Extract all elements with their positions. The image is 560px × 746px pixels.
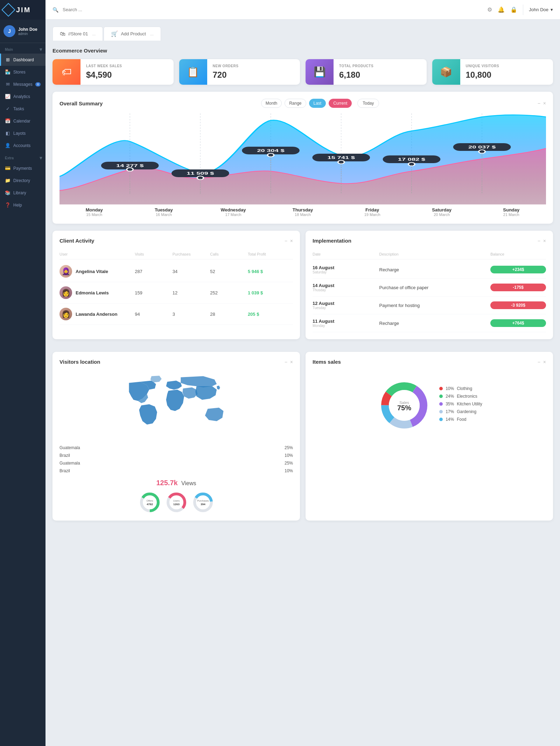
chart-day-2: Wednesday: [198, 207, 268, 212]
impl-day-1: Thusday: [313, 288, 379, 292]
topbar-user[interactable]: John Doe ▾: [529, 7, 553, 12]
minimize-visitors-icon[interactable]: −: [285, 359, 287, 365]
sidebar-item-library[interactable]: 📚 Library: [0, 187, 46, 199]
col-balance: Balance: [490, 252, 546, 256]
sidebar-item-accounts[interactable]: 👤 Accounts: [0, 139, 46, 152]
last-filter[interactable]: Last: [309, 99, 326, 108]
col-visits: Visits: [135, 252, 173, 256]
sidebar-item-calendar[interactable]: 📅 Calendar: [0, 115, 46, 127]
orders-icon: 📋: [179, 59, 207, 85]
sidebar-item-label: Help: [13, 203, 22, 208]
search-input[interactable]: [63, 7, 483, 12]
sidebar-item-label: Analytics: [13, 94, 30, 99]
range-filter[interactable]: Range: [285, 99, 306, 108]
products-label: TOTAL PRODUCTS: [339, 64, 421, 68]
main-area: 🔍 ⚙ 🔔 🔒 John Doe ▾ 🛍 //Store 01 ... 🛒 Ad…: [46, 0, 560, 746]
sidebar-item-label: Calendar: [13, 119, 30, 124]
col-desc: Description: [379, 252, 491, 256]
settings-icon[interactable]: ⚙: [487, 6, 492, 13]
sidebar-item-directory[interactable]: 📁 Directory: [0, 174, 46, 187]
close-client-icon[interactable]: ×: [290, 238, 293, 244]
legend-item-4: 14% Food: [439, 417, 482, 422]
implementation-title: Implementation: [313, 238, 351, 244]
sidebar-item-payments[interactable]: 💳 Payments: [0, 162, 46, 174]
world-map: [59, 370, 293, 440]
today-button[interactable]: Today: [357, 99, 379, 108]
products-icon: 💾: [306, 59, 334, 85]
mini-donut-purchases: Purchases 394: [192, 491, 214, 514]
user-name-1: Edmonia Lewis: [76, 290, 109, 295]
svg-text:20 037 $: 20 037 $: [468, 145, 496, 149]
svg-text:Purchases: Purchases: [197, 500, 209, 502]
sidebar-item-label: Accounts: [13, 143, 30, 148]
svg-text:14 277 $: 14 277 $: [116, 163, 144, 168]
impl-desc-2: Payment for hosting: [379, 303, 491, 308]
impl-desc-0: Recharge: [379, 267, 491, 272]
calls-0: 52: [210, 269, 248, 274]
layots-icon: ◧: [5, 131, 10, 136]
calls-1: 252: [210, 290, 248, 295]
legend-label-4: Food: [457, 417, 466, 422]
col-calls: Calls: [210, 252, 248, 256]
tab-store-dots: ...: [92, 32, 96, 36]
lock-icon[interactable]: 🔒: [510, 6, 517, 13]
legend-label-1: Electronics: [457, 394, 477, 399]
col-purchases: Purchases: [173, 252, 210, 256]
purchases-0: 34: [173, 269, 210, 274]
impl-balance-1: -175$: [490, 284, 546, 291]
close-impl-icon[interactable]: ×: [543, 238, 546, 244]
library-icon: 📚: [5, 190, 10, 195]
impl-desc-1: Purchase of office paper: [379, 285, 491, 290]
pct-2: 25%: [285, 461, 293, 466]
tab-add-product-label: Add Product: [121, 31, 146, 36]
two-col-row: Client Activity − × User Visits Purchase…: [52, 231, 553, 346]
sidebar-item-messages[interactable]: ✉ Messages 8: [0, 78, 46, 90]
minimize-icon[interactable]: −: [538, 100, 540, 106]
minimize-sales-icon[interactable]: −: [538, 359, 540, 365]
payments-icon: 💳: [5, 166, 10, 171]
close-visitors-icon[interactable]: ×: [290, 359, 293, 365]
sidebar-item-layots[interactable]: ◧ Layots: [0, 127, 46, 139]
current-filter[interactable]: Current: [329, 99, 352, 108]
pct-1: 10%: [285, 453, 293, 458]
month-filter[interactable]: Month: [261, 99, 282, 108]
location-row-0: Guatemala 25%: [59, 444, 293, 452]
sidebar-item-dashboard[interactable]: ⊞ Dashboard: [0, 54, 46, 66]
visits-0: 287: [135, 269, 173, 274]
tab-add-product[interactable]: 🛒 Add Product ...: [104, 27, 161, 41]
impl-balance-3: +764$: [490, 319, 546, 327]
sidebar-extra-section: Extra ▾: [0, 152, 46, 162]
calls-2: 28: [210, 312, 248, 317]
store-tab-icon: 🛍: [60, 31, 65, 37]
orders-label: NEW ORDERS: [213, 64, 295, 68]
purchases-2: 3: [173, 312, 210, 317]
svg-text:1263: 1263: [173, 503, 180, 506]
chart-date-2: 17 March: [198, 212, 268, 217]
chart-day-1: Tuesday: [129, 207, 199, 212]
sidebar-item-stores[interactable]: 🏪 Stores: [0, 66, 46, 78]
visitors-icon: 📦: [432, 59, 460, 85]
minimize-client-icon[interactable]: −: [285, 238, 287, 244]
help-icon: ❓: [5, 202, 10, 208]
views-label: Views: [181, 480, 196, 486]
tab-add-product-dots: ...: [150, 32, 154, 36]
sidebar-item-label: Library: [13, 190, 26, 195]
sidebar-item-help[interactable]: ❓ Help: [0, 199, 46, 211]
stat-cards: 🏷 LAST WEEK SALES $4,590 📋 NEW ORDERS 72…: [52, 59, 553, 85]
impl-day-2: Tuesday: [313, 306, 379, 310]
donut-container: Sales 75% 10% Clothing 24%: [313, 370, 546, 440]
minimize-impl-icon[interactable]: −: [538, 238, 540, 244]
svg-text:17 082 $: 17 082 $: [398, 157, 425, 161]
sidebar-item-tasks[interactable]: ✓ Tasks: [0, 103, 46, 115]
chart-date-5: 20 March: [407, 212, 477, 217]
impl-row-0: 16 August Saturday Recharge +234$: [313, 261, 546, 279]
notifications-icon[interactable]: 🔔: [498, 6, 505, 13]
impl-date-1: 14 August: [313, 283, 379, 288]
sidebar-item-analytics[interactable]: 📈 Analytics: [0, 90, 46, 103]
topbar-divider: [523, 5, 523, 15]
topbar: 🔍 ⚙ 🔔 🔒 John Doe ▾: [46, 0, 560, 20]
close-icon[interactable]: ×: [543, 100, 546, 106]
close-sales-icon[interactable]: ×: [543, 359, 546, 365]
tab-store[interactable]: 🛍 //Store 01 ...: [52, 27, 103, 41]
profit-0: 5 946 $: [248, 269, 293, 274]
